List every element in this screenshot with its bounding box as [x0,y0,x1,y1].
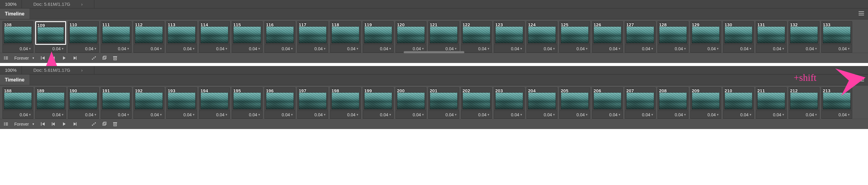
zoom-level[interactable]: 100% [0,66,22,74]
frame-thumbnail[interactable]: 194 [199,87,230,111]
delete-frame-icon[interactable] [113,56,117,60]
frame-thumbnail[interactable]: 114 [199,21,230,45]
timeline-frame[interactable]: 2110.04▼ [756,87,787,119]
timeline-frame[interactable]: 1140.04▼ [199,21,230,53]
frame-delay-dropdown[interactable]: 0.04▼ [199,111,230,119]
frame-thumbnail[interactable]: 198 [330,87,361,111]
horizontal-scrollbar[interactable] [0,51,868,53]
frame-delay-dropdown[interactable]: 0.04▼ [461,111,492,119]
frames-row[interactable]: 1880.04▼1890.04▼1900.04▼1910.04▼1920.04▼… [0,85,868,119]
frame-delay-dropdown[interactable]: 0.04▼ [330,111,361,119]
frame-thumbnail[interactable]: 204 [527,87,557,111]
timeline-frame[interactable]: 1080.04▼ [2,21,33,53]
timeline-frame[interactable]: 2020.04▼ [461,87,492,119]
frame-thumbnail[interactable]: 210 [723,87,754,111]
loop-dropdown[interactable]: Forever ▼ [14,56,35,61]
timeline-frame[interactable]: 1940.04▼ [199,87,230,119]
frame-thumbnail[interactable]: 128 [657,21,688,45]
timeline-frame[interactable]: 1200.04▼ [396,21,426,53]
frame-thumbnail[interactable]: 189 [35,87,66,111]
timeline-frame[interactable]: 2030.04▼ [494,87,525,119]
timeline-frame[interactable]: 1900.04▼ [68,87,99,119]
frame-thumbnail[interactable]: 202 [461,87,492,111]
timeline-frame[interactable]: 2100.04▼ [723,87,754,119]
timeline-frame[interactable]: 1910.04▼ [101,87,132,119]
frame-thumbnail[interactable]: 124 [527,21,557,45]
frame-delay-dropdown[interactable]: 0.04▼ [363,111,394,119]
frame-delay-dropdown[interactable]: 0.04▼ [68,111,99,119]
frame-delay-dropdown[interactable]: 0.04▼ [788,111,819,119]
timeline-frame[interactable]: 1210.04▼ [428,21,459,53]
frame-thumbnail[interactable]: 122 [461,21,492,45]
timeline-frame[interactable]: 1980.04▼ [330,87,361,119]
frame-delay-dropdown[interactable]: 0.04▼ [428,111,459,119]
frame-thumbnail[interactable]: 201 [428,87,459,111]
timeline-frame[interactable]: 2130.04▼ [821,87,852,119]
frame-delay-dropdown[interactable]: 0.04▼ [396,111,426,119]
loop-dropdown[interactable]: Forever ▼ [14,122,35,126]
timeline-frame[interactable]: 2010.04▼ [428,87,459,119]
duplicate-frame-icon[interactable] [102,122,107,126]
timeline-frame[interactable]: 1260.04▼ [592,21,623,53]
frame-thumbnail[interactable]: 130 [723,21,754,45]
frame-delay-dropdown[interactable]: 0.04▼ [232,111,262,119]
timeline-frame[interactable]: 1950.04▼ [232,87,262,119]
timeline-frame[interactable]: 1220.04▼ [461,21,492,53]
timeline-frame[interactable]: 1090.04▼ [35,21,66,53]
frame-thumbnail[interactable]: 190 [68,87,99,111]
frame-thumbnail[interactable]: 133 [821,21,852,45]
delete-frame-icon[interactable] [113,122,117,126]
frame-thumbnail[interactable]: 112 [133,21,164,45]
frame-delay-dropdown[interactable]: 0.04▼ [101,111,132,119]
frame-thumbnail[interactable]: 211 [756,87,787,111]
prev-frame-button[interactable] [51,56,56,60]
frame-thumbnail[interactable]: 119 [363,21,394,45]
tab-timeline[interactable]: Timeline [0,74,29,85]
first-frame-button[interactable] [41,56,45,60]
frame-delay-dropdown[interactable]: 0.04▼ [166,111,197,119]
timeline-frame[interactable]: 1280.04▼ [657,21,688,53]
frame-thumbnail[interactable]: 132 [788,21,819,45]
timeline-frame[interactable]: 1110.04▼ [101,21,132,53]
frame-thumbnail[interactable]: 121 [428,21,459,45]
timeline-frame[interactable]: 1290.04▼ [690,21,721,53]
frame-delay-dropdown[interactable]: 0.04▼ [35,111,66,119]
timeline-frame[interactable]: 2090.04▼ [690,87,721,119]
timeline-frame[interactable]: 1170.04▼ [297,21,328,53]
frame-delay-dropdown[interactable]: 0.04▼ [494,111,525,119]
frame-thumbnail[interactable]: 118 [330,21,361,45]
next-frame-button[interactable] [72,56,77,60]
frame-thumbnail[interactable]: 195 [232,87,262,111]
frame-thumbnail[interactable]: 196 [265,87,296,111]
frame-thumbnail[interactable]: 191 [101,87,132,111]
timeline-frame[interactable]: 2050.04▼ [559,87,590,119]
frame-thumbnail[interactable]: 109 [35,21,66,45]
timeline-frame[interactable]: 1970.04▼ [297,87,328,119]
timeline-frame[interactable]: 1320.04▼ [788,21,819,53]
timeline-frame[interactable]: 1990.04▼ [363,87,394,119]
zoom-level[interactable]: 100% [0,0,22,8]
panel-menu-icon[interactable] [858,77,864,83]
prev-frame-button[interactable] [51,122,56,126]
next-frame-button[interactable] [72,122,77,126]
timeline-frame[interactable]: 1180.04▼ [330,21,361,53]
convert-timeline-icon[interactable] [4,122,8,126]
tab-timeline[interactable]: Timeline [0,8,29,19]
frame-thumbnail[interactable]: 206 [592,87,623,111]
tween-icon[interactable] [92,122,96,126]
timeline-frame[interactable]: 1270.04▼ [625,21,656,53]
timeline-frame[interactable]: 1240.04▼ [527,21,557,53]
frame-thumbnail[interactable]: 131 [756,21,787,45]
frames-row[interactable]: 1080.04▼1090.04▼1100.04▼1110.04▼1120.04▼… [0,20,868,53]
frame-thumbnail[interactable]: 205 [559,87,590,111]
frame-delay-dropdown[interactable]: 0.04▼ [756,111,787,119]
timeline-frame[interactable]: 2070.04▼ [625,87,656,119]
frame-thumbnail[interactable]: 123 [494,21,525,45]
frame-thumbnail[interactable]: 200 [396,87,426,111]
frame-thumbnail[interactable]: 116 [265,21,296,45]
frame-delay-dropdown[interactable]: 0.04▼ [2,111,33,119]
timeline-frame[interactable]: 1150.04▼ [232,21,262,53]
timeline-frame[interactable]: 1300.04▼ [723,21,754,53]
frame-thumbnail[interactable]: 197 [297,87,328,111]
frame-delay-dropdown[interactable]: 0.04▼ [559,111,590,119]
